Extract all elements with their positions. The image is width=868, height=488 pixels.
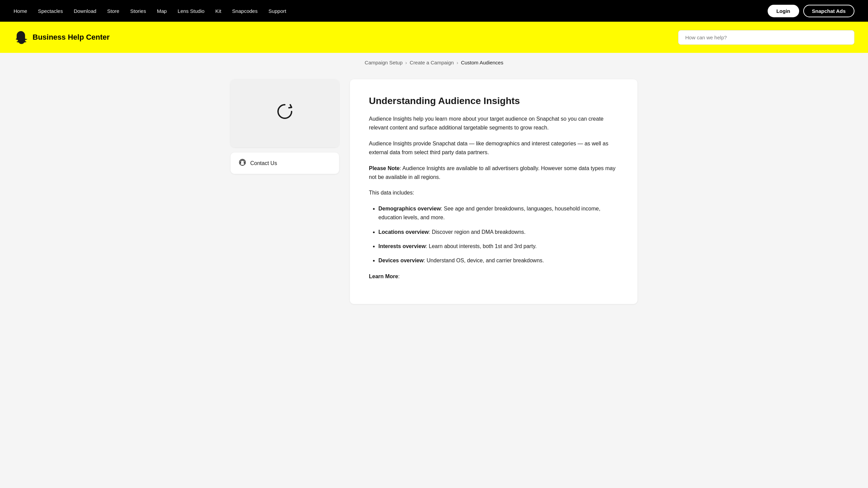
contact-icon <box>239 159 246 168</box>
search-input[interactable] <box>678 30 854 45</box>
contact-us-card[interactable]: Contact Us <box>231 152 339 174</box>
learn-more-label: Learn More <box>369 273 398 279</box>
nav-link-kit[interactable]: Kit <box>215 8 221 14</box>
please-note-label: Please Note <box>369 165 400 171</box>
nav-link-spectacles[interactable]: Spectacles <box>38 8 63 14</box>
sidebar-icon <box>275 102 294 125</box>
main-content: Contact Us Understanding Audience Insigh… <box>217 73 651 324</box>
breadcrumb-separator-1: › <box>405 60 407 65</box>
circular-arrow-icon <box>275 102 294 121</box>
breadcrumb-section: Campaign Setup › Create a Campaign › Cus… <box>0 53 868 73</box>
please-note-text: : Audience Insights are available to all… <box>369 165 615 180</box>
devices-label: Devices overview <box>378 258 423 263</box>
headset-icon <box>239 159 246 166</box>
nav-link-stories[interactable]: Stories <box>130 8 146 14</box>
learn-more-colon: : <box>398 273 399 279</box>
article-please-note: Please Note: Audience Insights are avail… <box>369 164 618 182</box>
breadcrumb-current: Custom Audiences <box>461 60 503 65</box>
article-list: Demographics overview: See age and gende… <box>369 204 618 265</box>
demographics-label: Demographics overview <box>378 206 441 211</box>
locations-text: : Discover region and DMA breakdowns. <box>429 229 526 235</box>
nav-link-support[interactable]: Support <box>269 8 287 14</box>
breadcrumb-campaign-setup[interactable]: Campaign Setup <box>365 60 403 65</box>
nav-link-store[interactable]: Store <box>107 8 119 14</box>
login-button[interactable]: Login <box>768 5 799 17</box>
article-paragraph-1: Audience Insights help you learn more ab… <box>369 115 618 133</box>
brand-title: Business Help Center <box>33 33 110 42</box>
nav-actions: Login Snapchat Ads <box>768 5 854 17</box>
list-item-demographics: Demographics overview: See age and gende… <box>378 204 618 222</box>
article-paragraph-2: Audience Insights provide Snapchat data … <box>369 139 618 157</box>
svg-rect-2 <box>244 162 245 164</box>
nav-link-download[interactable]: Download <box>74 8 96 14</box>
snapchat-ads-button[interactable]: Snapchat Ads <box>803 5 854 17</box>
left-sidebar: Contact Us <box>231 79 339 174</box>
breadcrumb-create-campaign[interactable]: Create a Campaign <box>410 60 454 65</box>
nav-link-map[interactable]: Map <box>157 8 167 14</box>
article-title: Understanding Audience Insights <box>369 96 618 106</box>
nav-link-snapcodes[interactable]: Snapcodes <box>232 8 258 14</box>
nav-link-home[interactable]: Home <box>14 8 27 14</box>
list-item-locations: Locations overview: Discover region and … <box>378 228 618 237</box>
list-item-devices: Devices overview: Understand OS, device,… <box>378 256 618 265</box>
search-container <box>678 30 854 45</box>
sidebar-image-card <box>231 79 339 147</box>
breadcrumb-separator-2: › <box>456 60 458 65</box>
nav-link-lens-studio[interactable]: Lens Studio <box>178 8 204 14</box>
devices-text: : Understand OS, device, and carrier bre… <box>423 258 544 263</box>
interests-label: Interests overview <box>378 243 426 249</box>
svg-rect-1 <box>240 162 241 164</box>
interests-text: : Learn about interests, both 1st and 3r… <box>426 243 537 249</box>
snapchat-logo <box>14 30 28 45</box>
article-learn-more: Learn More: <box>369 272 618 281</box>
sidebar-image-placeholder <box>231 79 339 147</box>
list-item-interests: Interests overview: Learn about interest… <box>378 242 618 251</box>
breadcrumb: Campaign Setup › Create a Campaign › Cus… <box>365 60 504 65</box>
yellow-header: Business Help Center <box>0 22 868 53</box>
locations-label: Locations overview <box>378 229 429 235</box>
article-content: Understanding Audience Insights Audience… <box>350 79 637 304</box>
contact-us-label: Contact Us <box>250 160 277 166</box>
nav-links: Home Spectacles Download Store Stories M… <box>14 8 286 14</box>
top-navigation: Home Spectacles Download Store Stories M… <box>0 0 868 22</box>
article-this-data: This data includes: <box>369 188 618 197</box>
brand-section: Business Help Center <box>14 30 110 45</box>
